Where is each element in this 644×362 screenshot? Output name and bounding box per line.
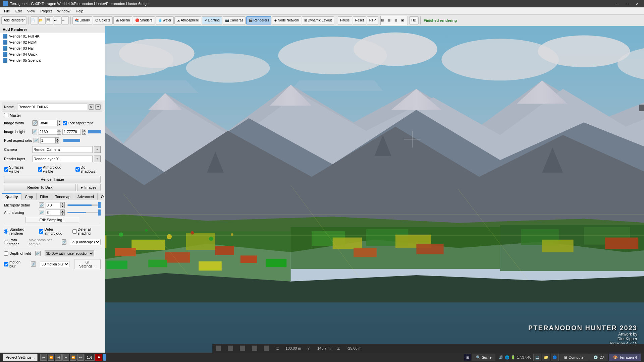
antialiasing-input[interactable] <box>46 209 61 216</box>
renderers-btn[interactable]: 🎬 Renderers <box>246 16 271 24</box>
menu-window[interactable]: Window <box>55 8 73 14</box>
play-prev-btn[interactable]: ⏮ <box>40 354 47 361</box>
play-ff-btn[interactable]: ⏩ <box>70 354 76 361</box>
tab-filter[interactable]: Filter <box>37 193 52 200</box>
play-fwd-btn[interactable]: ▶ <box>62 354 69 361</box>
max-paths-select[interactable]: 25 (Landscape) <box>70 239 101 245</box>
pixel-aspect-slider[interactable] <box>63 139 80 142</box>
minimize-btn[interactable]: — <box>612 2 621 6</box>
image-height-link-btn[interactable]: 🔗 <box>32 129 37 134</box>
tool-save[interactable]: 💾 <box>46 16 53 24</box>
hd-btn[interactable]: HD <box>409 16 419 24</box>
start-btn[interactable]: ⊞ <box>464 354 471 361</box>
maximize-btn[interactable]: □ <box>623 2 631 6</box>
camera-add-btn[interactable]: + <box>94 146 101 153</box>
lock-aspect-checkbox[interactable] <box>63 121 67 125</box>
image-height-down[interactable]: ▼ <box>57 132 61 135</box>
shaders-btn[interactable]: 🔴 Shaders <box>133 16 155 24</box>
atmo-cloud-checkbox[interactable] <box>38 167 42 172</box>
tab-tonemap[interactable]: Tonemap <box>52 193 74 200</box>
record-btn[interactable]: ⏺ <box>95 354 102 361</box>
node-network-btn[interactable]: ◈ Node Network <box>272 16 301 24</box>
motion-blur-link-btn[interactable]: 🔗 <box>31 261 36 267</box>
taskbar-drive[interactable]: 💿 C:\ <box>589 354 608 361</box>
add-renderer-btn[interactable]: Add Renderer <box>1 16 27 24</box>
dof-link-btn[interactable]: 🔗 <box>35 251 41 256</box>
tool-new[interactable]: 📄 <box>31 16 38 24</box>
tab-crop[interactable]: Crop <box>21 193 37 200</box>
antialiasing-down[interactable]: ▼ <box>61 213 65 216</box>
vm-btn-1[interactable]: ⊡ <box>381 16 387 24</box>
standard-renderer-radio[interactable] <box>4 229 8 234</box>
play-back-btn[interactable]: ⏪ <box>48 354 54 361</box>
renderer-item-1[interactable]: /Render 01 Full 4K <box>0 33 105 39</box>
aspect-ratio-down[interactable]: ▼ <box>82 132 86 135</box>
gi-settings-btn[interactable]: GI Settings... <box>74 259 101 269</box>
render-layer-input[interactable] <box>32 156 93 162</box>
menu-file[interactable]: File <box>1 8 13 14</box>
image-width-down[interactable]: ▼ <box>57 123 61 126</box>
play-rev-btn[interactable]: ◀ <box>55 354 62 361</box>
menu-edit[interactable]: Edit <box>13 8 24 14</box>
name-help-btn[interactable]: ? <box>95 104 101 110</box>
master-checkbox[interactable] <box>4 113 8 117</box>
name-settings-btn[interactable]: ⚙ <box>89 104 94 110</box>
tab-advanced[interactable]: Advanced <box>74 193 98 200</box>
edit-sampling-btn[interactable]: Edit Sampling... <box>25 217 79 223</box>
objects-btn[interactable]: ⬡ Objects <box>93 16 113 24</box>
renderer-item-4[interactable]: /Render 04 Quick <box>0 51 105 57</box>
renderer-item-2[interactable]: /Render 02 HDMI <box>0 39 105 45</box>
taskbar-app-1[interactable]: 💻 <box>533 354 541 361</box>
tab-quality[interactable]: Quality <box>2 193 21 200</box>
renderer-list[interactable]: /Render 01 Full 4K /Render 02 HDMI /Rend… <box>0 33 105 100</box>
image-height-input[interactable] <box>39 129 57 135</box>
images-btn[interactable]: ▸ Images <box>77 184 101 191</box>
project-settings-btn[interactable]: Project Settings... <box>3 354 38 361</box>
antialiasing-slider-handle[interactable] <box>98 209 101 216</box>
taskbar-search[interactable]: 🔍 Suche <box>472 354 495 361</box>
taskbar-computer[interactable]: 🖥 Computer <box>559 354 589 361</box>
motion-blur-checkbox[interactable] <box>4 262 8 266</box>
water-btn[interactable]: 💧 Water <box>156 16 174 24</box>
menu-project[interactable]: Project <box>38 8 54 14</box>
image-width-up[interactable]: ▲ <box>57 120 61 123</box>
camera-input[interactable] <box>32 146 93 153</box>
image-width-input[interactable] <box>39 120 57 126</box>
atmosphere-btn[interactable]: ☁ Atmosphere <box>174 16 201 24</box>
dof-checkbox[interactable] <box>4 251 8 256</box>
tool-redo[interactable]: ↪ <box>61 16 69 24</box>
library-btn[interactable]: 📚 Library <box>72 16 92 24</box>
menu-view[interactable]: View <box>24 8 38 14</box>
cameras-btn[interactable]: 📷 Cameras <box>223 16 246 24</box>
pixel-aspect-link-btn[interactable]: 🔗 <box>34 138 39 143</box>
antialiasing-slider-track[interactable] <box>67 212 98 213</box>
render-image-btn[interactable]: Render Image <box>4 176 101 183</box>
vm-btn-4[interactable]: ⊠ <box>401 16 407 24</box>
tab-output[interactable]: Output <box>98 193 105 200</box>
micropoly-up[interactable]: ▲ <box>61 202 65 205</box>
dof-select[interactable]: 3D DoF with noise reduction <box>45 250 94 256</box>
vm-btn-3[interactable]: ⊟ <box>394 16 400 24</box>
render-to-disk-btn[interactable]: Render To Disk <box>4 184 76 191</box>
aspect-slider[interactable] <box>88 130 101 133</box>
pixel-aspect-input[interactable] <box>40 137 55 143</box>
renderer-item-3[interactable]: /Render 03 Half <box>0 45 105 51</box>
tool-open[interactable]: 📂 <box>38 16 46 24</box>
antialiasing-link-btn[interactable]: 🔗 <box>39 210 44 215</box>
antialiasing-up[interactable]: ▲ <box>61 209 65 213</box>
defer-atmo-cloud-checkbox[interactable] <box>39 229 43 234</box>
taskbar-app-3[interactable]: 🔵 <box>551 354 559 361</box>
dynamic-layout-btn[interactable]: ⊞ Dynamic Layout <box>302 16 334 24</box>
render-layer-add-btn[interactable]: + <box>94 156 101 162</box>
play-next-btn[interactable]: ⏭ <box>77 354 84 361</box>
lighting-btn[interactable]: ☀ Lighting <box>202 16 222 24</box>
do-shadows-checkbox[interactable] <box>75 167 80 172</box>
aspect-ratio-input[interactable] <box>62 129 81 135</box>
frame-input[interactable] <box>85 354 95 361</box>
micropoly-link-btn[interactable]: 🔗 <box>39 202 44 208</box>
motion-blur-select[interactable]: 3D motion blur <box>40 261 69 267</box>
micropoly-down[interactable]: ▼ <box>61 205 65 208</box>
aspect-ratio-up[interactable]: ▲ <box>82 129 86 132</box>
close-btn[interactable]: ✕ <box>633 2 641 6</box>
pixel-aspect-down[interactable]: ▼ <box>55 140 59 143</box>
